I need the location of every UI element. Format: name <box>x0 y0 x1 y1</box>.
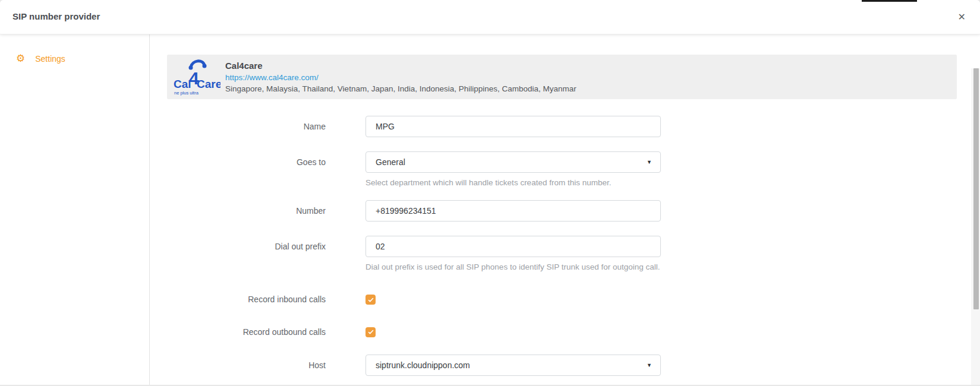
browser-artifact-bar <box>862 0 917 2</box>
dial-out-prefix-field-row: Dial out prefix Dial out prefix is used … <box>150 236 980 271</box>
record-outbound-label: Record outbound calls <box>150 327 326 337</box>
scrollbar-track[interactable] <box>971 68 980 385</box>
number-input[interactable] <box>365 200 661 222</box>
host-field-label: Host <box>150 355 326 376</box>
dial-out-prefix-input[interactable] <box>365 236 661 257</box>
record-inbound-label: Record inbound calls <box>150 295 326 305</box>
name-field-label: Name <box>150 116 326 137</box>
screen: SIP number provider ✕ ⚙ Settings 4 Cal <box>0 0 980 386</box>
name-field-row: Name <box>150 116 980 137</box>
checkmark-icon <box>367 328 374 336</box>
dial-out-prefix-field-label: Dial out prefix <box>150 236 326 257</box>
scrollbar-thumb[interactable] <box>973 68 979 309</box>
goes-to-select[interactable]: General ▼ <box>365 151 661 173</box>
checkmark-icon <box>367 296 374 303</box>
chevron-down-icon: ▼ <box>647 159 652 165</box>
goes-to-selected-value: General <box>376 157 405 167</box>
sidebar-item-settings[interactable]: ⚙ Settings <box>0 50 149 67</box>
record-outbound-checkbox[interactable] <box>365 327 376 337</box>
settings-panel: 4 Cal Care ne plus ultra Cal4care https:… <box>150 34 980 385</box>
page-title: SIP number provider <box>0 0 980 33</box>
modal-body: ⚙ Settings 4 Cal Care ne plus ultra <box>0 34 980 385</box>
provider-url-link[interactable]: https://www.cal4care.com/ <box>225 73 576 82</box>
goes-to-field-label: Goes to <box>150 151 326 173</box>
name-input[interactable] <box>365 116 661 137</box>
modal-header: SIP number provider ✕ <box>0 0 980 34</box>
provider-banner: 4 Cal Care ne plus ultra Cal4care https:… <box>167 55 957 99</box>
dial-out-prefix-helper-text: Dial out prefix is used for all SIP phon… <box>365 262 661 271</box>
record-inbound-row: Record inbound calls <box>150 295 980 306</box>
provider-info: Cal4care https://www.cal4care.com/ Singa… <box>225 61 576 93</box>
provider-name: Cal4care <box>225 61 576 71</box>
sip-provider-modal: SIP number provider ✕ ⚙ Settings 4 Cal <box>0 0 980 385</box>
gear-icon: ⚙ <box>16 53 25 64</box>
provider-countries: Singapore, Malaysia, Thailand, Vietnam, … <box>225 84 576 93</box>
number-field-label: Number <box>150 200 326 222</box>
svg-text:Cal: Cal <box>174 78 191 90</box>
goes-to-field-row: Goes to General ▼ Select department whic… <box>150 151 980 187</box>
sip-settings-form: Name Goes to General ▼ Select depar <box>150 116 980 385</box>
sidebar: ⚙ Settings <box>0 34 150 385</box>
number-field-row: Number <box>150 200 980 222</box>
close-icon[interactable]: ✕ <box>954 0 969 33</box>
svg-text:Care: Care <box>197 78 220 90</box>
record-inbound-checkbox[interactable] <box>365 295 376 305</box>
goes-to-helper-text: Select department which will handle tick… <box>365 178 661 187</box>
host-select[interactable]: siptrunk.cloudnippon.com ▼ <box>365 355 661 376</box>
chevron-down-icon: ▼ <box>647 362 652 368</box>
svg-text:ne plus ultra: ne plus ultra <box>174 90 199 96</box>
cal4care-logo-icon: 4 Cal Care ne plus ultra <box>173 58 220 96</box>
record-outbound-row: Record outbound calls <box>150 327 980 338</box>
sidebar-item-label: Settings <box>35 54 65 64</box>
host-field-row: Host siptrunk.cloudnippon.com ▼ <box>150 355 980 376</box>
host-selected-value: siptrunk.cloudnippon.com <box>376 360 470 370</box>
